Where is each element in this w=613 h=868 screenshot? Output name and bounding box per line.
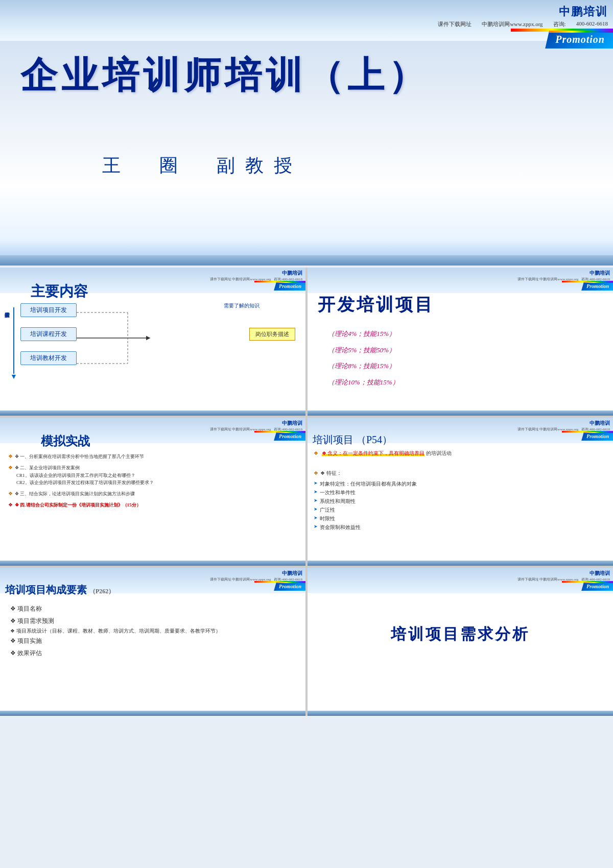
slide2-bottom-bar	[308, 411, 613, 416]
slide1-title: 主要内容	[31, 282, 88, 301]
slide2-item1: （理论4%；技能15%）	[328, 329, 399, 339]
slide3-bottom-bar	[0, 561, 305, 566]
header: 中鹏培训 课件下载网址 中鹏培训网www.zppx.org 咨询: 400-60…	[438, 4, 608, 28]
slide4-f6: 资金限制和效益性	[314, 523, 607, 532]
slide4-f4: 广泛性	[314, 505, 607, 514]
slide6-org: 中鹏培训	[517, 570, 610, 577]
slide2-title: 开发培训项目	[318, 293, 557, 317]
slide1-header: 中鹏培训 课件下载网址 中鹏培训网www.zppx.org 咨询:400-602…	[210, 270, 302, 282]
slide4-promotion: Promotion	[581, 432, 613, 441]
slide4-title: 培训项目 （P54）	[313, 433, 392, 447]
slide2-promotion: Promotion	[581, 282, 613, 291]
slide4-def-prefix: ❖ 含义：在一定条件约束下，具有明确培养目	[322, 450, 425, 456]
slide6-title: 培训项目需求分析	[323, 624, 598, 645]
slide4-header: 中鹏培训 课件下载网址 中鹏培训网www.zppx.org 咨询:400-602…	[517, 420, 610, 432]
slide1-boxes: 培训项目开发 培训课程开发 培训教材开发	[20, 303, 77, 365]
slide-main-content: 中鹏培训 课件下载网址 中鹏培训网www.zppx.org 咨询:400-602…	[0, 268, 305, 416]
slide6-bottom-bar	[308, 711, 613, 716]
slide6-promotion: Promotion	[581, 582, 613, 591]
slide1-arrow-line	[13, 307, 14, 374]
slide5-item5: ❖ 效果评估	[8, 647, 297, 659]
slide3-content: ❖❖ 一、分析案例在培训需求分析中恰当地把握了那几个主要环节 ❖❖ 二、某企业培…	[6, 452, 299, 512]
slide4-bottom-bar	[308, 561, 613, 566]
slide2-org: 中鹏培训	[517, 270, 610, 277]
slide5-item4: ❖ 项目实施	[8, 635, 297, 647]
slide-training-project: 中鹏培训 课件下载网址 中鹏培训网www.zppx.org 咨询:400-602…	[308, 418, 613, 566]
slide1-right-label: 需要了解的知识	[224, 302, 260, 309]
promotion-badge: Promotion	[545, 31, 613, 49]
slide-develop-training: 中鹏培训 课件下载网址 中鹏培训网www.zppx.org 咨询:400-602…	[308, 268, 613, 416]
slide3-header: 中鹏培训 课件下载网址 中鹏培训网www.zppx.org 咨询:400-602…	[210, 420, 302, 432]
slide5-item1: ❖ 项目名称	[8, 602, 297, 615]
slide5-title: 培训项目构成要素 （P262）	[5, 583, 114, 597]
slide-components: 中鹏培训 课件下载网址 中鹏培训网www.zppx.org 咨询:400-602…	[0, 568, 305, 716]
main-title: 企业培训师培训（上）	[20, 51, 429, 100]
slide3-sub2a: CR1。该该该企业的培训项目开发工作的可取之处有哪些？	[8, 472, 299, 479]
bottom-bar	[0, 255, 613, 266]
contact-label: 咨询:	[553, 20, 566, 28]
slide2-item2: （理论5%；技能50%）	[328, 345, 399, 355]
slide3-promotion: Promotion	[274, 432, 305, 441]
slide3-item1: ❖❖ 一、分析案例在培训需求分析中恰当地把握了那几个主要环节	[6, 452, 299, 461]
slide1-arrows-svg	[77, 302, 209, 384]
slide4-features: ❖❖ 特征： 对象特定性：任何培训项目都有具体的对象 一次性和单件性 系统性和周…	[314, 469, 607, 532]
download-url: 中鹏培训网www.zppx.org	[482, 20, 543, 28]
slide4-f1: 对象特定性：任何培训项目都有具体的对象	[314, 479, 607, 488]
slide-simulation: 中鹏培训 课件下载网址 中鹏培训网www.zppx.org 咨询:400-602…	[0, 418, 305, 566]
slide2-items: （理论4%；技能15%） （理论5%；技能50%） （理论8%；技能15%） （…	[328, 329, 399, 393]
slide5-org: 中鹏培训	[210, 570, 302, 577]
slide3-item2: ❖❖ 二、某企业培训项目开发案例 CR1。该该该企业的培训项目开发工作的可取之处…	[6, 464, 299, 487]
slide5-promotion: Promotion	[274, 582, 305, 591]
slide3-sub2b: CR2。该企业的培训项目开发过程体现了培训项目开发的哪些要求？	[8, 479, 299, 486]
slide1-box2: 培训课程开发	[20, 327, 77, 341]
slide3-title: 模拟实战	[41, 433, 90, 449]
slide1-arrowhead: ▼	[10, 373, 17, 381]
slide5-header: 中鹏培训 课件下载网址 中鹏培训网www.zppx.org 咨询:400-602…	[210, 570, 302, 582]
slide2-header: 中鹏培训 课件下载网址 中鹏培训网www.zppx.org 咨询:400-602…	[517, 270, 610, 282]
slide3-org: 中鹏培训	[210, 420, 302, 427]
slide6-header: 中鹏培训 课件下载网址 中鹏培训网www.zppx.org 咨询:400-602…	[517, 570, 610, 582]
slide4-f2: 一次性和单件性	[314, 488, 607, 497]
slide5-item3: ❖ 项目系统设计（目标、课程、教材、教师、培训方式、培训周期、质量要求、各教学环…	[8, 627, 297, 635]
download-label: 课件下载网址	[438, 20, 471, 28]
slide1-right-box: 岗位职务描述	[249, 328, 295, 341]
header-sub: 课件下载网址 中鹏培训网www.zppx.org 咨询: 400-602-661…	[438, 20, 608, 28]
slide5-item2: ❖ 项目需求预测	[8, 615, 297, 627]
author: 王 圈 副教授	[102, 153, 302, 178]
slide-needs-analysis: 中鹏培训 课件下载网址 中鹏培训网www.zppx.org 咨询:400-602…	[308, 568, 613, 716]
slide5-bottom-bar	[0, 711, 305, 716]
slide4-f3: 系统性和周期性	[314, 497, 607, 505]
slides-grid: 中鹏培训 课件下载网址 中鹏培训网www.zppx.org 咨询:400-602…	[0, 268, 613, 716]
slide2-item3: （理论8%；技能15%）	[328, 361, 399, 371]
slide1-box3: 培训教材开发	[20, 351, 77, 365]
slide4-org: 中鹏培训	[517, 420, 610, 427]
slide5-content: ❖ 项目名称 ❖ 项目需求预测 ❖ 项目系统设计（目标、课程、教材、教师、培训方…	[8, 602, 297, 659]
slide1-promotion: Promotion	[274, 282, 305, 291]
slide1-org: 中鹏培训	[210, 270, 302, 277]
org-name: 中鹏培训	[438, 4, 608, 19]
slide4-def: ❖ ❖ 含义：在一定条件约束下，具有明确培养目 的培训活动	[314, 449, 607, 457]
slide4-f5: 时限性	[314, 514, 607, 523]
slide2-item4: （理论10%；技能15%）	[328, 377, 399, 388]
slide3-item4: ❖❖ 四.请结合公司实际制定一份《培训项目实施计划》（15分）	[6, 501, 299, 509]
slide1-bottom-bar	[0, 411, 305, 416]
title-slide: 中鹏培训 课件下载网址 中鹏培训网www.zppx.org 咨询: 400-60…	[0, 0, 613, 266]
contact-phone: 400-602-6618	[576, 20, 608, 28]
slide1-box1: 培训项目开发	[20, 303, 77, 317]
wave-decoration	[0, 240, 613, 255]
slide3-item3: ❖❖ 三、结合实际，论述培训项目实施计划的实施方法和步骤	[6, 490, 299, 498]
